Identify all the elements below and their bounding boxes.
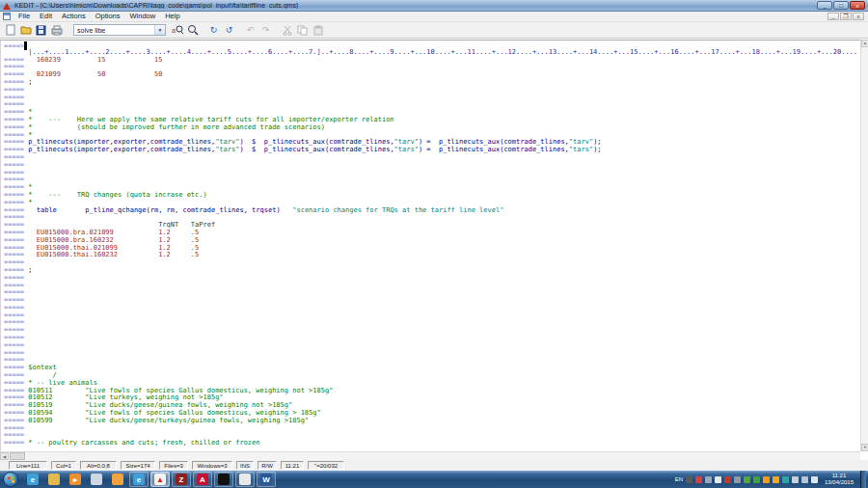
show-desktop-button[interactable] (860, 471, 866, 488)
editor-line[interactable]: ===== (4, 283, 860, 290)
editor-line[interactable]: ===== (4, 95, 860, 102)
close-button[interactable]: x (850, 1, 865, 10)
taskbar-item-word[interactable]: W (257, 472, 276, 487)
editor-line[interactable]: ===== (4, 87, 860, 95)
redo-icon[interactable]: ↷ (258, 23, 273, 37)
command-combo[interactable]: solve libe ▼ (73, 24, 166, 36)
new-file-icon[interactable] (3, 23, 17, 37)
tray-refresh-icon[interactable] (753, 476, 760, 483)
scroll-down-icon[interactable]: ▼ (861, 444, 868, 451)
tray-network-icon[interactable] (705, 476, 712, 483)
find-icon[interactable]: a (170, 23, 184, 37)
editor-line[interactable]: ===== (4, 162, 860, 170)
menu-window[interactable]: Window (125, 12, 161, 21)
tray-briefcase-icon[interactable] (686, 476, 692, 483)
mdi-restore-button[interactable]: ❐ (840, 13, 852, 20)
mdi-close-button[interactable]: x (853, 13, 864, 20)
taskbar-item-internet-explorer[interactable]: e (23, 472, 42, 487)
editor-line[interactable]: ===== (4, 350, 860, 358)
editor-line[interactable]: ===== EU015000.thai.160232 1.2 .5 (4, 252, 860, 259)
editor-line[interactable]: ===== ; (4, 267, 860, 275)
taskbar-item-clock-gadget[interactable] (87, 472, 106, 487)
taskbar-item-outlook[interactable] (108, 472, 127, 487)
editor-line[interactable]: ===== (4, 101, 860, 109)
tray-volume-icon[interactable] (811, 476, 818, 483)
editor-line[interactable]: ===== (4, 357, 860, 365)
taskbar-item-java-app[interactable] (235, 472, 255, 487)
mdi-system-icon[interactable] (3, 13, 11, 20)
menu-help[interactable]: Help (160, 12, 184, 21)
tray-orange-o-icon[interactable] (763, 476, 770, 483)
tray-red-badge-icon[interactable] (695, 476, 702, 483)
menu-file[interactable]: File (14, 12, 35, 21)
cut-icon[interactable] (280, 23, 294, 37)
editor-line[interactable]: ===== (4, 259, 860, 267)
start-button[interactable] (3, 472, 18, 487)
editor-line[interactable]: ===== (4, 342, 860, 350)
editor-line[interactable]: ===== (4, 319, 860, 327)
tray-sync-icon[interactable] (801, 476, 808, 483)
zoom-icon[interactable] (185, 23, 200, 37)
menu-actions[interactable]: Actions (57, 12, 91, 21)
open-file-icon[interactable] (18, 23, 33, 37)
tray-window-icon[interactable] (734, 476, 741, 483)
tray-red-dot-icon[interactable] (724, 476, 731, 483)
editor-line[interactable]: ===== p_tlinecuts(importer,exporter,comt… (4, 147, 860, 154)
taskbar-item-shield-app[interactable]: Z (172, 472, 191, 487)
taskbar-item-internet-explorer-window[interactable]: e (129, 472, 149, 487)
combo-dropdown-icon[interactable]: ▼ (154, 25, 165, 35)
editor-line[interactable]: ===== (4, 305, 860, 312)
print-icon[interactable] (49, 23, 64, 37)
taskbar-item-kedit-window[interactable]: ▲ (150, 472, 170, 487)
language-indicator[interactable]: EN (675, 476, 683, 482)
horizontal-scrollbar[interactable]: ◀ (0, 451, 860, 460)
editor-line[interactable]: ===== $ontext (4, 365, 860, 372)
paste-icon[interactable] (311, 23, 325, 37)
tray-teal-icon[interactable] (782, 476, 789, 483)
editor-line[interactable]: ===== / (4, 372, 860, 380)
editor-line[interactable]: ===== * -- poultry carcasses and cuts; f… (4, 440, 860, 447)
editor-line[interactable]: ===== 160239 15 15 (4, 57, 860, 65)
taskbar-clock[interactable]: 11:21 13/04/2015 (821, 473, 857, 486)
editor-text-area[interactable]: ====> |...+....1....+....2....+....3....… (4, 41, 860, 451)
taskbar-item-adobe-reader[interactable]: A (193, 472, 212, 487)
editor-line[interactable]: ===== 021099 50 50 (4, 71, 860, 79)
vertical-scrollbar[interactable]: ▲ ▼ (860, 40, 868, 451)
editor-line[interactable]: ===== (4, 425, 860, 433)
menu-options[interactable]: Options (91, 12, 125, 21)
save-icon[interactable] (34, 23, 48, 37)
mdi-minimize-button[interactable]: _ (827, 13, 839, 20)
editor-line[interactable]: ===== * (should be improved further in m… (4, 124, 860, 132)
editor-line[interactable]: ===== 010599 "Live ducks/geese/turkeys/g… (4, 418, 860, 425)
scroll-left-icon[interactable]: ◀ (0, 452, 9, 460)
editor-line[interactable]: ===== (4, 170, 860, 177)
editor-line[interactable]: ===== (4, 312, 860, 320)
editor-line[interactable]: ===== table p_tline_qchange(rm, rm, comt… (4, 207, 860, 215)
command-combo-value[interactable]: solve libe (74, 27, 154, 34)
editor-line[interactable]: ===== (4, 297, 860, 305)
editor-line[interactable]: ===== ; (4, 79, 860, 87)
taskbar-item-media-player[interactable]: ▸ (66, 472, 85, 487)
editor-line[interactable]: ===== (4, 335, 860, 342)
editor-line[interactable]: ===== (4, 275, 860, 283)
copy-icon[interactable] (295, 23, 310, 37)
change-all-icon[interactable]: ↺ (222, 23, 236, 37)
tray-orange-icon[interactable] (773, 476, 779, 483)
tray-arrow-icon[interactable] (715, 476, 721, 483)
editor-line[interactable]: ===== (4, 154, 860, 162)
editor-line[interactable]: ===== (4, 289, 860, 297)
maximize-button[interactable]: □ (833, 1, 849, 10)
tray-green-icon[interactable] (744, 476, 750, 483)
editor-line[interactable]: ===== (4, 327, 860, 335)
horizontal-scroll-thumb[interactable] (10, 452, 25, 460)
undo-icon[interactable]: ↶ (243, 23, 258, 37)
editor-line[interactable]: ===== (4, 176, 860, 184)
change-icon[interactable]: ↻ (206, 23, 221, 37)
taskbar-item-command-prompt[interactable] (214, 472, 233, 487)
taskbar-item-windows-explorer[interactable] (44, 472, 64, 487)
editor-line[interactable]: ===== * --- TRQ changes (quota incrase e… (4, 192, 860, 200)
tray-clipboard-icon[interactable] (792, 476, 799, 483)
minimize-button[interactable]: _ (817, 1, 832, 10)
scroll-up-icon[interactable]: ▲ (861, 40, 868, 47)
menu-edit[interactable]: Edit (35, 12, 57, 21)
